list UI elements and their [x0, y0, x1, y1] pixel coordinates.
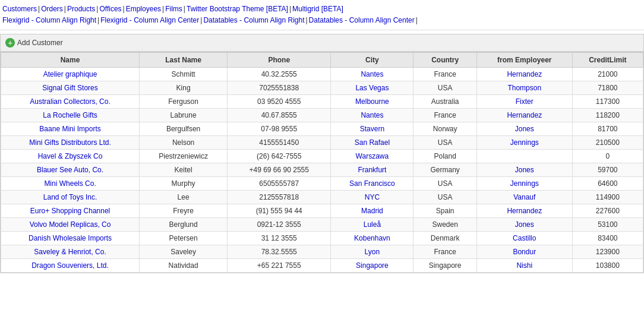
table-cell: 03 9520 4555 — [228, 95, 331, 109]
employee-link[interactable]: Hernandez — [507, 70, 542, 78]
table-cell: Luleå — [331, 218, 413, 232]
city-link[interactable]: Lyon — [365, 248, 380, 256]
name-link[interactable]: Volvo Model Replicas, Co — [30, 220, 111, 229]
employee-link[interactable]: Vanauf — [513, 193, 535, 201]
table-cell: Singapore — [331, 259, 413, 273]
nav-link[interactable]: Employees — [126, 5, 161, 13]
city-link[interactable]: San Rafael — [355, 138, 390, 147]
city-link[interactable]: Las Vegas — [355, 84, 389, 92]
nav-link[interactable]: Flexigrid - Column Align Right — [2, 16, 96, 24]
name-link[interactable]: Havel & Zbyszek Co — [38, 152, 103, 160]
employee-link[interactable]: Jennings — [510, 138, 539, 147]
table-cell: Castillo — [476, 232, 572, 245]
nav-link[interactable]: Datatables - Column Align Center — [309, 16, 415, 24]
nav-link[interactable]: Twitter Bootstrap Theme [BETA] — [187, 5, 288, 13]
table-row: Land of Toys Inc.Lee2125557818NYCUSAVana… — [1, 191, 643, 204]
table-cell: Volvo Model Replicas, Co — [1, 218, 140, 232]
employee-link[interactable]: Jones — [515, 125, 534, 133]
table-cell: 118200 — [572, 109, 643, 122]
city-link[interactable]: Luleå — [364, 220, 381, 229]
employee-link[interactable]: Fixter — [516, 97, 533, 106]
add-customer-button[interactable]: + Add Customer — [5, 38, 63, 48]
employee-link[interactable]: Jones — [515, 220, 534, 229]
table-row: Australian Collectors, Co.Ferguson03 952… — [1, 95, 643, 109]
city-link[interactable]: NYC — [365, 193, 380, 201]
table-row: Danish Wholesale ImportsPetersen31 12 35… — [1, 232, 643, 245]
table-cell: Baane Mini Imports — [1, 122, 140, 136]
name-link[interactable]: La Rochelle Gifts — [43, 111, 97, 119]
plus-icon: + — [5, 38, 15, 48]
name-link[interactable]: Danish Wholesale Imports — [29, 234, 112, 242]
table-cell: King — [140, 81, 228, 95]
toolbar: + Add Customer — [0, 34, 644, 52]
column-header: from Employeer — [476, 53, 572, 68]
table-cell: Denmark — [413, 232, 476, 245]
city-link[interactable]: Stavern — [360, 125, 384, 133]
nav-link[interactable]: Datatables - Column Align Right — [203, 16, 304, 24]
city-link[interactable]: Madrid — [361, 207, 383, 215]
table-cell: Melbourne — [331, 95, 413, 109]
table-cell: 59700 — [572, 163, 643, 177]
employee-link[interactable]: Jennings — [510, 179, 539, 188]
city-link[interactable]: Melbourne — [355, 97, 389, 106]
employee-link[interactable]: Thompson — [507, 84, 541, 92]
name-link[interactable]: Dragon Souveniers, Ltd. — [31, 261, 108, 270]
table-cell: France — [413, 109, 476, 122]
table-cell — [476, 150, 572, 163]
table-cell: Lyon — [331, 245, 413, 259]
nav-link[interactable]: Offices — [99, 5, 121, 13]
nav-link[interactable]: Products — [67, 5, 95, 13]
nav-link[interactable]: Flexigrid - Column Align Center — [100, 16, 199, 24]
city-link[interactable]: Singapore — [356, 261, 389, 270]
name-link[interactable]: Baane Mini Imports — [39, 125, 100, 133]
employee-link[interactable]: Castillo — [513, 234, 536, 242]
table-cell: Blauer See Auto, Co. — [1, 163, 140, 177]
table-cell: 40.32.2555 — [228, 68, 331, 81]
table-cell: Jones — [476, 218, 572, 232]
table-cell: 0921-12 3555 — [228, 218, 331, 232]
table-row: Havel & Zbyszek CoPiestrzeniewicz(26) 64… — [1, 150, 643, 163]
table-cell: Havel & Zbyszek Co — [1, 150, 140, 163]
nav-link[interactable]: Films — [165, 5, 182, 13]
table-cell: USA — [413, 136, 476, 150]
name-link[interactable]: Euro+ Shopping Channel — [30, 207, 110, 215]
name-link[interactable]: Blauer See Auto, Co. — [37, 166, 103, 174]
employee-link[interactable]: Nishi — [516, 261, 532, 270]
table-cell: Natividad — [140, 259, 228, 273]
city-link[interactable]: San Francisco — [349, 179, 395, 188]
city-link[interactable]: Kobenhavn — [354, 234, 390, 242]
table-cell: Mini Gifts Distributors Ltd. — [1, 136, 140, 150]
nav-link[interactable]: Orders — [41, 5, 63, 13]
table-cell: Land of Toys Inc. — [1, 191, 140, 204]
table-cell: Mini Wheels Co. — [1, 177, 140, 191]
name-link[interactable]: Mini Gifts Distributors Ltd. — [29, 138, 111, 147]
table-cell: 07-98 9555 — [228, 122, 331, 136]
table-cell: Dragon Souveniers, Ltd. — [1, 259, 140, 273]
name-link[interactable]: Australian Collectors, Co. — [30, 97, 110, 106]
employee-link[interactable]: Bondur — [513, 248, 536, 256]
table-cell: +49 69 66 90 2555 — [228, 163, 331, 177]
city-link[interactable]: Nantes — [361, 70, 383, 78]
table-cell: 114900 — [572, 191, 643, 204]
table-cell: 40.67.8555 — [228, 109, 331, 122]
table-cell: 117300 — [572, 95, 643, 109]
nav-link[interactable]: Multigrid [BETA] — [292, 5, 343, 13]
employee-link[interactable]: Hernandez — [507, 207, 542, 215]
city-link[interactable]: Nantes — [361, 111, 383, 119]
table-cell: Frankfurt — [331, 163, 413, 177]
name-link[interactable]: Saveley & Henriot, Co. — [34, 248, 106, 256]
name-link[interactable]: Mini Wheels Co. — [44, 179, 96, 188]
table-cell: Freyre — [140, 204, 228, 218]
city-link[interactable]: Warszawa — [356, 152, 389, 160]
employee-link[interactable]: Jones — [515, 166, 534, 174]
table-cell: (91) 555 94 44 — [228, 204, 331, 218]
city-link[interactable]: Frankfurt — [358, 166, 386, 174]
name-link[interactable]: Atelier graphique — [43, 70, 97, 78]
employee-link[interactable]: Hernandez — [507, 111, 542, 119]
table-cell: Danish Wholesale Imports — [1, 232, 140, 245]
table-row: Baane Mini ImportsBergulfsen07-98 9555St… — [1, 122, 643, 136]
nav-link[interactable]: Customers — [2, 5, 37, 13]
name-link[interactable]: Land of Toys Inc. — [43, 193, 97, 201]
name-link[interactable]: Signal Gift Stores — [42, 84, 97, 92]
table-row: Blauer See Auto, Co.Keitel+49 69 66 90 2… — [1, 163, 643, 177]
